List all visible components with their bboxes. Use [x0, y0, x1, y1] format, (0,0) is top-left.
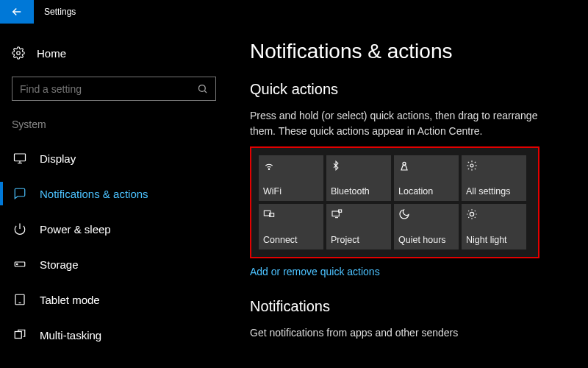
sidebar-item-label: Multi-tasking	[40, 329, 101, 342]
tile-location[interactable]: Location	[394, 155, 459, 201]
tile-label: WiFi	[263, 186, 319, 197]
search-box[interactable]	[12, 77, 216, 101]
power-icon	[13, 222, 26, 236]
title-bar: Settings	[0, 0, 588, 24]
tile-all-settings[interactable]: All settings	[462, 155, 526, 201]
tile-label: Bluetooth	[331, 186, 387, 197]
search-input[interactable]	[20, 83, 197, 95]
storage-icon	[13, 258, 26, 271]
sidebar-item-power[interactable]: Power & sleep	[0, 211, 228, 247]
search-icon	[197, 83, 208, 94]
sidebar-item-notifications[interactable]: Notifications & actions	[0, 176, 228, 211]
gear-icon	[466, 160, 522, 171]
svg-rect-12	[332, 211, 339, 216]
sidebar-item-multitasking[interactable]: Multi-tasking	[0, 317, 228, 353]
quick-actions-description: Press and hold (or select) quick actions…	[250, 108, 559, 139]
message-icon	[13, 187, 26, 200]
sidebar-item-label: Power & sleep	[40, 223, 111, 236]
page-title: Notifications & actions	[250, 40, 566, 63]
notifications-heading: Notifications	[250, 298, 566, 315]
tile-label: Quiet hours	[398, 235, 454, 245]
svg-point-7	[268, 169, 269, 169]
tile-label: Connect	[263, 235, 319, 245]
sidebar-item-label: Notifications & actions	[40, 188, 148, 200]
location-icon	[398, 160, 454, 171]
window-title: Settings	[34, 7, 76, 17]
wifi-icon	[263, 160, 319, 171]
svg-point-0	[17, 52, 21, 55]
bluetooth-icon	[331, 160, 387, 171]
quick-actions-heading: Quick actions	[250, 81, 566, 98]
tile-project[interactable]: Project	[326, 204, 391, 250]
project-icon	[331, 208, 387, 220]
sidebar-item-label: Display	[40, 152, 76, 165]
tile-bluetooth[interactable]: Bluetooth	[326, 155, 391, 201]
svg-rect-2	[15, 154, 26, 161]
notifications-sub: Get notifications from apps and other se…	[250, 325, 559, 341]
sidebar-item-label: Storage	[40, 258, 79, 271]
sidebar-item-label: Tablet mode	[40, 294, 100, 306]
svg-point-9	[470, 164, 473, 167]
sidebar-item-tablet[interactable]: Tablet mode	[0, 282, 228, 317]
tile-label: All settings	[466, 186, 522, 197]
home-nav[interactable]: Home	[0, 38, 228, 68]
svg-point-14	[470, 212, 473, 216]
tile-connect[interactable]: Connect	[259, 204, 323, 250]
svg-point-8	[403, 162, 406, 165]
sidebar-item-storage[interactable]: Storage	[0, 247, 228, 282]
home-label: Home	[37, 47, 66, 60]
arrow-left-icon	[10, 5, 24, 18]
svg-point-1	[199, 85, 206, 92]
tile-wifi[interactable]: WiFi	[259, 155, 323, 201]
svg-point-4	[17, 263, 18, 265]
connect-icon	[263, 208, 319, 220]
add-remove-quick-actions-link[interactable]: Add or remove quick actions	[250, 266, 380, 277]
sidebar-category: System	[0, 118, 228, 130]
sidebar: Home System Display Notifications & acti…	[0, 24, 228, 368]
sun-icon	[466, 208, 522, 220]
tile-label: Project	[331, 235, 387, 245]
moon-icon	[398, 208, 454, 220]
monitor-icon	[13, 152, 26, 165]
tile-night-light[interactable]: Night light	[462, 204, 526, 250]
svg-rect-6	[15, 332, 21, 339]
tile-quiet-hours[interactable]: Quiet hours	[394, 204, 459, 250]
tile-label: Night light	[466, 235, 522, 245]
main-panel: Notifications & actions Quick actions Pr…	[228, 24, 588, 368]
quick-actions-grid: WiFi Bluetooth Location All settings Con	[259, 155, 531, 250]
gear-icon	[12, 46, 25, 60]
back-button[interactable]	[0, 0, 34, 24]
sidebar-item-display[interactable]: Display	[0, 141, 228, 176]
tile-label: Location	[398, 186, 454, 197]
multitask-icon	[13, 328, 26, 342]
tablet-icon	[13, 293, 26, 306]
quick-actions-frame: WiFi Bluetooth Location All settings Con	[250, 146, 539, 258]
